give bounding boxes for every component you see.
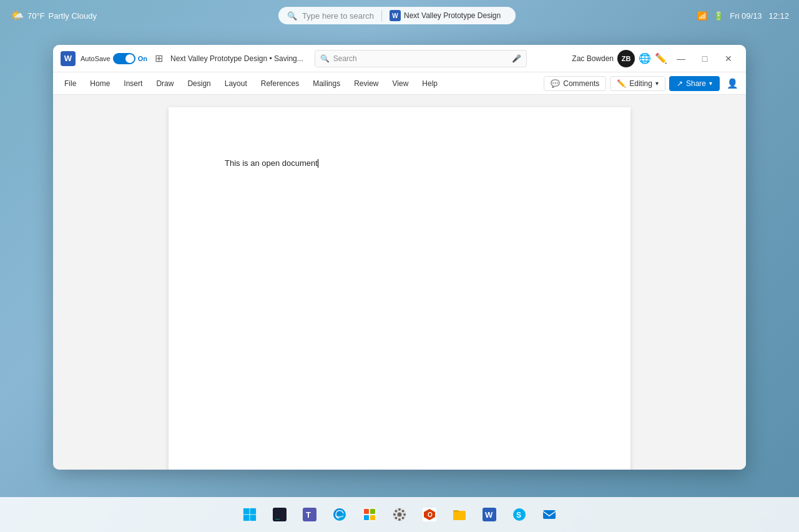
document-title: Next Valley Prototype Design • Saving...	[170, 54, 303, 63]
svg-rect-26	[453, 511, 466, 520]
word-taskbar-icon: W	[483, 508, 496, 521]
word-taskbar-item[interactable]: W	[476, 501, 503, 528]
user-name: Zac Bowden	[572, 54, 614, 63]
editing-chevron-icon: ▾	[655, 80, 659, 87]
comments-icon: 💬	[551, 79, 560, 88]
svg-rect-1	[250, 508, 256, 515]
menu-references[interactable]: References	[255, 77, 305, 90]
svg-rect-11	[370, 509, 375, 514]
menu-bar: File Home Insert Draw Design Layout Refe…	[53, 72, 746, 95]
office-taskbar-item[interactable]: O	[416, 501, 443, 528]
temperature: 70°F	[27, 11, 45, 21]
word-logo: W	[61, 51, 76, 66]
text-cursor	[318, 159, 318, 168]
autosave-section[interactable]: AutoSave On	[81, 53, 147, 64]
menu-home[interactable]: Home	[84, 77, 116, 90]
explorer-taskbar-item[interactable]	[446, 501, 473, 528]
svg-rect-10	[364, 509, 369, 514]
taskbar: _ T	[0, 497, 799, 532]
svg-rect-13	[370, 515, 375, 520]
menu-layout[interactable]: Layout	[218, 77, 253, 90]
weather-widget: 🌤️ 70°F Partly Cloudy	[10, 9, 97, 22]
terminal-taskbar-item[interactable]: _	[266, 501, 293, 528]
document-area[interactable]: This is an open document	[53, 95, 746, 470]
weather-icon: 🌤️	[10, 9, 24, 22]
search-icon: 🔍	[287, 11, 297, 21]
date-time: Fri 09/13 12:12	[730, 11, 789, 21]
settings-icon	[393, 508, 406, 521]
svg-rect-3	[250, 515, 256, 521]
svg-point-15	[398, 513, 402, 517]
avatar[interactable]: ZB	[617, 50, 635, 67]
svg-point-18	[393, 513, 396, 516]
close-button[interactable]: ✕	[718, 50, 738, 67]
comments-button[interactable]: 💬 Comments	[544, 76, 606, 91]
battery-icon: 🔋	[713, 11, 723, 21]
share-chevron-icon: ▾	[709, 80, 712, 87]
windows-logo-icon	[243, 508, 257, 521]
skype-taskbar-item[interactable]: S	[506, 501, 533, 528]
taskbar-search[interactable]: 🔍 Type here to search W Next Valley Prot…	[278, 7, 516, 24]
search-placeholder: Type here to search	[302, 11, 374, 21]
menu-right-actions: 💬 Comments ✏️ Editing ▾ ↗ Share ▾ 👤	[544, 75, 741, 92]
menu-file[interactable]: File	[58, 77, 82, 90]
title-search-placeholder: Search	[333, 54, 357, 63]
terminal-icon: _	[273, 508, 287, 521]
edge-taskbar-item[interactable]	[326, 501, 353, 528]
menu-draw[interactable]: Draw	[150, 77, 180, 90]
svg-point-16	[398, 508, 401, 511]
title-search[interactable]: 🔍 Search 🎤	[315, 50, 527, 67]
print-layout-icon[interactable]: ⊞	[155, 52, 163, 64]
word-window: W AutoSave On ⊞ Next Valley Prototype De…	[53, 45, 746, 470]
menu-design[interactable]: Design	[181, 77, 217, 90]
activity-button[interactable]: 👤	[723, 75, 741, 92]
menu-review[interactable]: Review	[348, 77, 385, 90]
maximize-button[interactable]: □	[695, 50, 715, 67]
share-button[interactable]: ↗ Share ▾	[669, 76, 720, 91]
store-taskbar-item[interactable]	[356, 501, 383, 528]
mail-taskbar-item[interactable]	[536, 501, 563, 528]
svg-point-23	[402, 510, 404, 513]
menu-help[interactable]: Help	[416, 77, 444, 90]
svg-rect-2	[243, 515, 250, 521]
svg-rect-0	[243, 508, 250, 515]
system-tray: 📶 🔋 Fri 09/13 12:12	[697, 11, 789, 21]
menu-view[interactable]: View	[386, 77, 415, 90]
autosave-toggle[interactable]	[113, 53, 135, 64]
file-explorer-icon	[453, 508, 466, 521]
share-icon: ↗	[677, 79, 683, 88]
autosave-label: AutoSave	[81, 55, 110, 62]
settings-taskbar-item[interactable]	[386, 501, 413, 528]
editing-button[interactable]: ✏️ Editing ▾	[610, 76, 665, 91]
minimize-button[interactable]: —	[671, 50, 691, 67]
svg-text:S: S	[516, 511, 521, 520]
start-button[interactable]	[236, 501, 263, 528]
title-right: Zac Bowden ZB 🌐 ✏️ — □ ✕	[572, 50, 738, 67]
svg-point-22	[395, 517, 398, 520]
wifi-icon: 📶	[697, 11, 707, 21]
pen-icon[interactable]: ✏️	[655, 52, 667, 64]
svg-point-17	[398, 518, 401, 521]
globe-icon[interactable]: 🌐	[639, 52, 651, 64]
edge-icon	[333, 508, 346, 521]
active-app-title: Next Valley Prototype Design	[404, 11, 501, 20]
skype-icon: S	[512, 508, 526, 521]
svg-text:T: T	[306, 510, 311, 520]
title-search-icon: 🔍	[320, 54, 330, 63]
mail-icon	[542, 508, 556, 521]
autosave-state: On	[138, 55, 147, 62]
document-content[interactable]: This is an open document	[225, 158, 318, 168]
editing-pen-icon: ✏️	[617, 79, 626, 88]
weather-condition: Partly Cloudy	[49, 11, 97, 21]
teams-taskbar-item[interactable]: T	[296, 501, 323, 528]
word-mini-icon: W	[390, 10, 401, 21]
teams-icon: T	[303, 508, 316, 521]
menu-insert[interactable]: Insert	[117, 77, 149, 90]
activity-icon: 👤	[727, 78, 738, 89]
comments-label: Comments	[563, 79, 599, 88]
top-bar: 🌤️ 70°F Partly Cloudy 🔍 Type here to sea…	[0, 0, 799, 31]
microphone-icon[interactable]: 🎤	[512, 54, 521, 63]
menu-mailings[interactable]: Mailings	[306, 77, 346, 90]
editing-label: Editing	[629, 79, 652, 88]
document-page[interactable]: This is an open document	[169, 107, 630, 470]
